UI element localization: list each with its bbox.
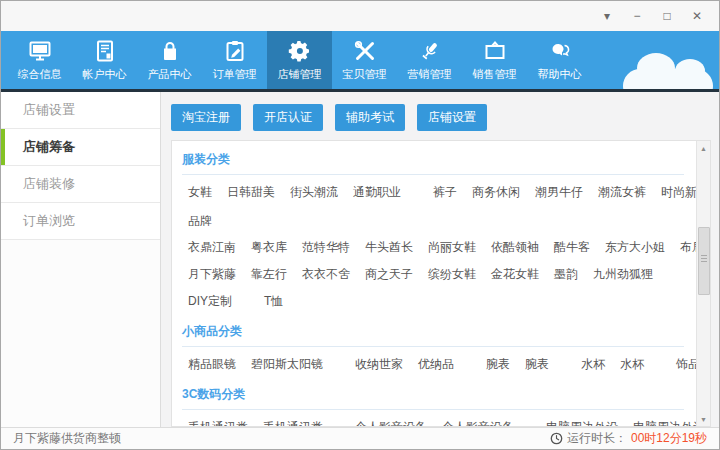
toolbar-button[interactable]: 店铺设置 bbox=[417, 104, 487, 131]
category-link[interactable]: 优纳品 bbox=[418, 356, 454, 373]
category-link[interactable]: 九州劲狐狸 bbox=[593, 266, 653, 283]
category-link[interactable]: 手机通讯类 bbox=[188, 419, 248, 427]
toolbar-button[interactable]: 辅助考试 bbox=[335, 104, 405, 131]
link-group: 个人影音设备个人影音设备 bbox=[355, 419, 514, 427]
category-link[interactable]: 水杯 bbox=[581, 356, 605, 373]
category-links-row: DIY定制T恤 bbox=[182, 286, 684, 313]
category-link[interactable]: 东方大小姐 bbox=[605, 239, 665, 256]
category-link[interactable]: 潮男牛仔 bbox=[535, 184, 583, 201]
scrollbar-up-icon[interactable]: ▲ bbox=[697, 141, 711, 155]
nav-tab-monitor[interactable]: 综合信息 bbox=[7, 31, 72, 89]
category-link[interactable]: 碧阳斯太阳镜 bbox=[251, 356, 323, 373]
runtime-indicator: 运行时长：00时12分19秒 bbox=[550, 430, 707, 447]
nav-tab-label: 营销管理 bbox=[408, 67, 452, 82]
category-panel: 服装分类女鞋日韩甜美街头潮流通勤职业裤子商务休闲潮男牛仔潮流女裤时尚新秀品牌衣鼎… bbox=[171, 140, 711, 427]
scrollbar-down-icon[interactable]: ▼ bbox=[697, 412, 711, 426]
nav-tab-tools[interactable]: 宝贝管理 bbox=[332, 31, 397, 89]
close-button[interactable]: ✕ bbox=[685, 6, 709, 26]
category-link[interactable]: 腕表 bbox=[525, 356, 549, 373]
category-link[interactable]: 电脑周边外设 bbox=[546, 419, 618, 427]
minimize-button[interactable]: − bbox=[625, 6, 649, 26]
category-link[interactable]: 腕表 bbox=[486, 356, 510, 373]
category-link[interactable]: 缤纷女鞋 bbox=[428, 266, 476, 283]
category-link[interactable]: 收纳世家 bbox=[355, 356, 403, 373]
category-link[interactable]: 衣鼎江南 bbox=[188, 239, 236, 256]
category-links-row: 精品眼镜碧阳斯太阳镜收纳世家优纳品腕表腕表水杯水杯饰品饰品 bbox=[182, 347, 684, 376]
category-link[interactable]: 尚丽女鞋 bbox=[428, 239, 476, 256]
category-link[interactable]: 酷牛客 bbox=[554, 239, 590, 256]
category-link[interactable]: 街头潮流 bbox=[290, 184, 338, 201]
sidebar-item[interactable]: 订单浏览 bbox=[1, 203, 160, 240]
clock-icon bbox=[550, 432, 563, 445]
window-controls: ▾−□✕ bbox=[589, 6, 709, 26]
tools-icon bbox=[353, 39, 377, 63]
chat-bubbles-icon bbox=[548, 39, 572, 63]
main-nav: 综合信息帐户中心产品中心订单管理店铺管理宝贝管理营销管理销售管理帮助中心 bbox=[1, 31, 719, 89]
category-section: 小商品分类精品眼镜碧阳斯太阳镜收纳世家优纳品腕表腕表水杯水杯饰品饰品 bbox=[182, 313, 684, 376]
sidebar-item[interactable]: 店铺装修 bbox=[1, 166, 160, 203]
toolbar: 淘宝注册开店认证辅助考试店铺设置 bbox=[171, 104, 711, 131]
category-link[interactable]: 商之天子 bbox=[365, 266, 413, 283]
toolbar-button[interactable]: 开店认证 bbox=[253, 104, 323, 131]
category-link[interactable]: 月下紫藤 bbox=[188, 266, 236, 283]
category-link[interactable]: 粤衣库 bbox=[251, 239, 287, 256]
link-group: 女鞋日韩甜美街头潮流通勤职业 bbox=[188, 184, 401, 201]
category-section: 服装分类女鞋日韩甜美街头潮流通勤职业裤子商务休闲潮男牛仔潮流女裤时尚新秀品牌衣鼎… bbox=[182, 141, 684, 313]
link-group: 水杯水杯 bbox=[581, 356, 644, 373]
category-link[interactable]: 靠左行 bbox=[251, 266, 287, 283]
nav-tab-label: 订单管理 bbox=[213, 67, 257, 82]
category-link[interactable]: 潮流女裤 bbox=[598, 184, 646, 201]
category-link[interactable]: T恤 bbox=[264, 293, 283, 310]
link-group: 腕表腕表 bbox=[486, 356, 549, 373]
section-title: 小商品分类 bbox=[182, 313, 684, 347]
nav-tab-label: 帮助中心 bbox=[538, 67, 582, 82]
category-link[interactable]: 女鞋 bbox=[188, 184, 212, 201]
content-area: 淘宝注册开店认证辅助考试店铺设置 服装分类女鞋日韩甜美街头潮流通勤职业裤子商务休… bbox=[161, 92, 719, 427]
category-link[interactable]: 衣衣不舍 bbox=[302, 266, 350, 283]
category-link[interactable]: 手机通讯类 bbox=[263, 419, 323, 427]
window-menu-button[interactable]: ▾ bbox=[595, 6, 619, 26]
monitor-icon bbox=[28, 39, 52, 63]
category-link[interactable]: 精品眼镜 bbox=[188, 356, 236, 373]
runtime-label: 运行时长： bbox=[567, 430, 627, 447]
scrollbar-thumb[interactable] bbox=[698, 227, 710, 295]
link-group: 收纳世家优纳品 bbox=[355, 356, 454, 373]
category-link[interactable]: DIY定制 bbox=[188, 293, 232, 310]
nav-tabs: 综合信息帐户中心产品中心订单管理店铺管理宝贝管理营销管理销售管理帮助中心 bbox=[7, 31, 592, 89]
nav-tab-label: 店铺管理 bbox=[278, 67, 322, 82]
category-link[interactable]: 依酷领袖 bbox=[491, 239, 539, 256]
toolbar-button[interactable]: 淘宝注册 bbox=[171, 104, 241, 131]
category-link[interactable]: 水杯 bbox=[620, 356, 644, 373]
nav-tab-chat-bubbles[interactable]: 帮助中心 bbox=[527, 31, 592, 89]
category-links-row: 女鞋日韩甜美街头潮流通勤职业裤子商务休闲潮男牛仔潮流女裤时尚新秀 bbox=[182, 175, 684, 204]
link-group: 裤子商务休闲潮男牛仔潮流女裤时尚新秀 bbox=[433, 184, 709, 201]
category-link[interactable]: 裤子 bbox=[433, 184, 457, 201]
sidebar-item[interactable]: 店铺筹备 bbox=[1, 129, 160, 166]
category-link[interactable]: 个人影音设备 bbox=[355, 419, 427, 427]
link-group: 电脑周边外设电脑周边外设 bbox=[546, 419, 705, 427]
category-link[interactable]: 个人影音设备 bbox=[442, 419, 514, 427]
category-link[interactable]: 电脑周边外设 bbox=[633, 419, 705, 427]
account-doc-icon bbox=[93, 39, 117, 63]
category-links-row: 衣鼎江南粤衣库范特华特牛头酋长尚丽女鞋依酷领袖酷牛客东方大小姐布居衣阁彩色格调雅… bbox=[182, 230, 684, 259]
category-link[interactable]: 范特华特 bbox=[302, 239, 350, 256]
section-title: 3C数码分类 bbox=[182, 376, 684, 410]
nav-tab-account-doc[interactable]: 帐户中心 bbox=[72, 31, 137, 89]
nav-tab-clipboard-pencil[interactable]: 订单管理 bbox=[202, 31, 267, 89]
maximize-button[interactable]: □ bbox=[655, 6, 679, 26]
category-link[interactable]: 通勤职业 bbox=[353, 184, 401, 201]
category-link[interactable]: 日韩甜美 bbox=[227, 184, 275, 201]
category-link[interactable]: 墨韵 bbox=[554, 266, 578, 283]
nav-tab-gear[interactable]: 店铺管理 bbox=[267, 31, 332, 89]
category-link[interactable]: 牛头酋长 bbox=[365, 239, 413, 256]
vertical-scrollbar[interactable]: ▲ ▼ bbox=[696, 141, 710, 426]
sidebar-item[interactable]: 店铺设置 bbox=[1, 92, 160, 129]
category-link[interactable]: 金花女鞋 bbox=[491, 266, 539, 283]
nav-tab-shopping-bag[interactable]: 产品中心 bbox=[137, 31, 202, 89]
nav-tab-microphone[interactable]: 营销管理 bbox=[397, 31, 462, 89]
statusbar-supplier-text: 月下紫藤供货商整顿 bbox=[13, 430, 121, 447]
category-link[interactable]: 商务休闲 bbox=[472, 184, 520, 201]
nav-tab-frame[interactable]: 销售管理 bbox=[462, 31, 527, 89]
brand-label: 品牌 bbox=[182, 204, 684, 230]
microphone-icon bbox=[418, 39, 442, 63]
